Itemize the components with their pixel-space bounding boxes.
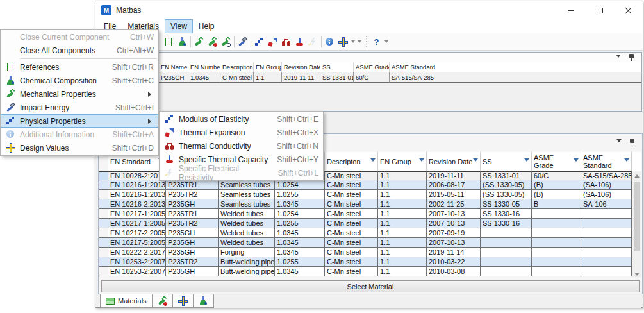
filter-icon[interactable] [624,158,629,164]
row-indicator[interactable] [99,219,108,228]
grid-cell[interactable]: (SA-106) [581,180,632,190]
grid-cell[interactable]: 1.0345 [188,72,220,83]
grid-cell[interactable]: Seamless tubes [219,199,275,209]
grid-cell[interactable] [532,267,581,276]
grid-cell[interactable] [581,257,632,267]
grid-cell[interactable]: C-Mn steel [325,248,378,257]
column-header[interactable]: ASME Grade [354,62,390,72]
column-header[interactable]: Revision Date [282,62,320,72]
table-row[interactable]: EN 10217-5:2005P235GHWelded tubes1.0345C… [99,238,641,248]
column-header[interactable]: EN Group [378,152,427,171]
grid-cell[interactable]: 2019-11-14 [427,248,481,257]
menu-item-thermal-conductivity[interactable]: Thermal ConductivityShift+Ctrl+N [160,139,323,153]
grid-cell[interactable]: 2010-03-22 [427,257,481,267]
menu-item-design-values[interactable]: Design ValuesShift+Ctrl+D [1,141,158,155]
column-header[interactable]: EN Number [188,62,220,72]
impact-energy-button[interactable] [236,35,249,49]
grid-cell[interactable]: C-Mn steel [325,209,378,219]
table-row[interactable]: EN 10253-2:2007P235GHButt-welding pipe f… [99,267,641,276]
grid-cell[interactable] [532,209,581,219]
tab-materials[interactable]: Materials [100,294,153,308]
close-button[interactable] [614,1,643,19]
column-header[interactable]: Descripton [325,152,378,171]
menu-item-mechanical-properties[interactable]: Mechanical Properties [1,87,158,101]
toolbar-overflow-icon[interactable] [350,36,356,47]
grid-cell[interactable]: P235GH [166,199,219,209]
menu-item-thermal-expansion[interactable]: Thermal ExpansionShift+Ctrl+X [160,126,323,139]
grid-cell[interactable]: EN 10216-2:2013 [108,199,166,209]
grid-cell[interactable] [532,248,581,257]
row-indicator[interactable] [99,267,108,276]
menu-item-close-current-component[interactable]: Close Current ComponentCtrl+W [1,30,158,44]
row-indicator[interactable] [99,257,108,267]
column-header[interactable]: SS [320,62,354,72]
toolbar-overflow-icon[interactable] [383,36,390,47]
grid-cell[interactable]: SA-515/SA-285 [390,72,641,83]
grid-cell[interactable]: 1.1 [378,219,427,228]
grid-cell[interactable]: 1.1 [378,238,427,248]
grid-cell[interactable]: (SS 1330-05) [481,190,532,199]
row-indicator[interactable] [99,209,108,219]
column-header[interactable]: EN Name [159,62,188,72]
grid-cell[interactable]: (SA-106) [581,190,632,199]
pin-icon[interactable] [627,53,636,62]
table-row[interactable]: EN 10217-1:2005P235TR1Welded tubes1.0254… [99,209,641,219]
grid-cell[interactable]: 1.1 [378,171,427,180]
grid-cell[interactable]: Forging [219,248,275,257]
additional-information-button[interactable] [323,35,336,49]
grid-cell[interactable]: SS 1330-16 [481,219,532,228]
grid-cell[interactable]: P235GH [166,267,219,276]
grid-cell[interactable]: Butt-welding pipe fi [219,267,275,276]
tab-design-values[interactable] [173,294,194,308]
grid-cell[interactable]: SA-515/SA-285 [581,171,632,180]
grid-cell[interactable]: 60/C [532,171,581,180]
grid-cell[interactable]: 1.0345 [275,248,325,257]
tab-chemical-composition[interactable] [194,294,214,308]
grid-cell[interactable]: SS 1330-05 [481,199,532,209]
grid-cell[interactable]: C-Mn steel [325,219,378,228]
tab-mechanical-properties-temperature[interactable] [153,294,173,308]
row-indicator[interactable] [99,199,108,209]
scroll-down-icon[interactable] [632,269,641,278]
menu-item-impact-energy[interactable]: Impact EnergyShift+Ctrl+I [1,101,158,114]
table-row[interactable]: P235GH1.0345C-Mn steel1.12019-11-11SS 13… [101,72,641,83]
grid-cell[interactable]: 1.0255 [275,190,325,199]
grid-cell[interactable]: 60/C [354,72,390,83]
grid-cell[interactable]: C-Mn steel [325,257,378,267]
grid-cell[interactable]: EN 10253-2:2007 [108,257,166,267]
menu-item-additional-information[interactable]: Additional InformationShift+Ctrl+A [1,128,158,141]
grid-cell[interactable] [481,228,532,238]
minimize-button[interactable] [556,1,585,19]
scroll-up-icon[interactable] [632,171,641,180]
grid-cell[interactable] [481,248,532,257]
grid-cell[interactable]: 2007-10-13 [427,209,481,219]
table-row[interactable]: EN 10217-1:2005P235TR2Welded tubes1.0255… [99,219,641,228]
grid-cell[interactable]: EN 10217-5:2005 [108,238,166,248]
pane-menu-icon[interactable] [616,55,621,60]
design-values-button[interactable] [336,35,350,49]
grid-cell[interactable] [581,248,632,257]
grid-cell[interactable]: C-Mn steel [325,267,378,276]
grid-cell[interactable]: 1.1 [254,72,282,83]
grid-cell[interactable]: Welded tubes [219,228,275,238]
grid-cell[interactable]: 1.0255 [275,219,325,228]
menu-item-references[interactable]: ReferencesShift+Ctrl+R [1,60,158,74]
menu-item-chemical-composition[interactable]: Chemical CompositionShift+Ctrl+C [1,74,158,87]
filter-icon[interactable] [419,158,424,164]
grid-cell[interactable]: P235TR2 [166,257,219,267]
grid-cell[interactable]: 1.1 [378,190,427,199]
filter-icon[interactable] [370,158,376,164]
column-header[interactable]: EN Group [254,62,282,72]
menu-item-modulus-of-elasticity[interactable]: Modulus of ElasticityShift+Ctrl+E [160,112,323,126]
grid-cell[interactable]: P235GH [159,72,188,83]
grid-cell[interactable]: EN 10217-1:2005 [108,219,166,228]
grid-cell[interactable]: EN 10216-1:2013 [108,190,166,199]
grid-cell[interactable]: 1.1 [378,248,427,257]
grid-cell[interactable]: EN 10222-2:2017 [108,248,166,257]
mechanical-properties-time-button[interactable] [219,35,233,49]
grid-cell[interactable]: SA-106 [581,199,632,209]
grid-cell[interactable]: 2007-10-13 [427,238,481,248]
maximize-button[interactable] [585,1,614,19]
grid-cell[interactable]: 2015-05-11 [427,190,481,199]
title-bar[interactable]: M Matbas [95,1,643,19]
